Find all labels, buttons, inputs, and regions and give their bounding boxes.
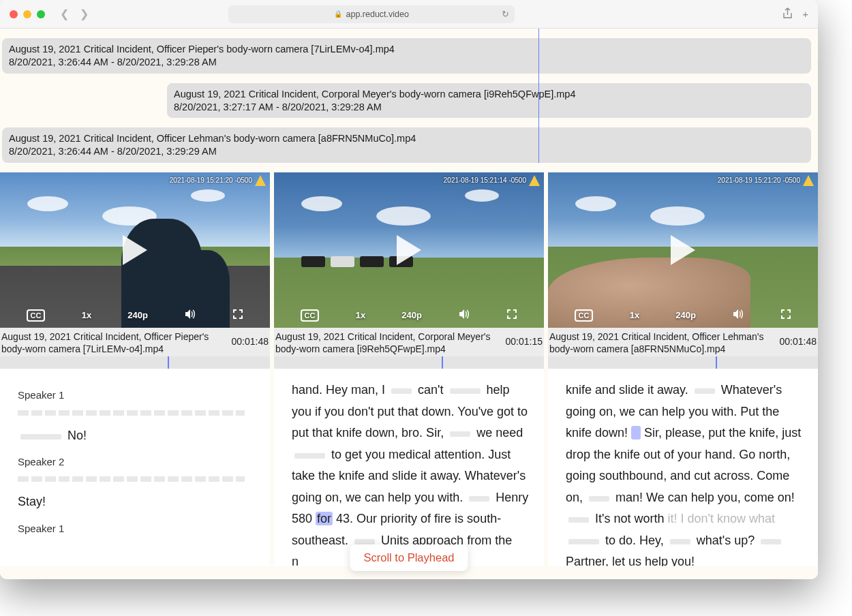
lock-icon: 🔒	[334, 10, 342, 18]
quality-control[interactable]: 240p	[675, 310, 696, 320]
video-time: 00:01:48	[780, 330, 817, 347]
transcript-scrubber[interactable]	[548, 356, 818, 369]
close-window-button[interactable]	[10, 10, 18, 18]
transcript-scrubber[interactable]	[274, 356, 544, 369]
transcript-line: No!	[18, 425, 256, 447]
play-button[interactable]	[123, 235, 147, 265]
video-time: 00:01:48	[232, 330, 269, 347]
video-controls: CC 1x 240p	[274, 308, 544, 322]
video-title: August 19, 2021 Critical Incident, Offic…	[1, 330, 232, 355]
fullscreen-icon[interactable]	[780, 309, 791, 322]
quality-control[interactable]: 240p	[401, 310, 422, 320]
cc-toggle[interactable]: CC	[27, 309, 46, 322]
window-controls	[10, 10, 45, 18]
speed-control[interactable]: 1x	[82, 310, 91, 320]
speed-control[interactable]: 1x	[630, 310, 639, 320]
volume-icon[interactable]	[458, 308, 470, 322]
silence-gap	[18, 476, 245, 482]
speaker-label: Speaker 2	[18, 453, 256, 471]
minimize-window-button[interactable]	[23, 10, 31, 18]
transcript-panel[interactable]: Speaker 1 No! Speaker 2 Stay! Speaker 1	[0, 369, 270, 566]
speaker-label: Speaker 1	[18, 386, 256, 404]
fullscreen-icon[interactable]	[506, 309, 517, 322]
tape-bar[interactable]: August 19, 2021 Critical Incident, Offic…	[2, 38, 811, 74]
transcript-panel[interactable]: knife and slide it away. Whatever's goin…	[548, 369, 818, 566]
speaker-label: Speaker 1	[18, 520, 256, 538]
video-controls: CC 1x 240p	[548, 308, 818, 322]
fullscreen-icon[interactable]	[232, 309, 243, 322]
video-time: 00:01:15	[506, 330, 543, 347]
video-player[interactable]: 2021-08-19 15:21:20 -0500 CC 1x 240p	[0, 172, 270, 328]
video-title-row: August 19, 2021 Critical Incident, Corpo…	[274, 328, 544, 356]
video-title: August 19, 2021 Critical Incident, Offic…	[549, 330, 780, 355]
share-icon[interactable]	[782, 7, 793, 21]
toolbar-right: +	[782, 7, 808, 21]
timeline-playhead[interactable]	[538, 29, 539, 163]
refresh-button[interactable]: ↻	[502, 9, 509, 19]
silence-gap	[18, 410, 245, 416]
video-title: August 19, 2021 Critical Incident, Corpo…	[275, 330, 506, 355]
video-grid: 2021-08-19 15:21:20 -0500 CC 1x 240p Aug…	[0, 172, 818, 566]
video-player[interactable]: 2021-08-19 15:21:20 -0500 CC 1x 240p	[548, 172, 818, 328]
forward-button[interactable]: ❯	[77, 7, 91, 20]
video-title-row: August 19, 2021 Critical Incident, Offic…	[0, 328, 270, 356]
video-timestamp-overlay: 2021-08-19 15:21:20 -0500	[718, 175, 814, 186]
tape-bar[interactable]: August 19, 2021 Critical Incident, Corpo…	[167, 83, 811, 119]
video-timestamp-overlay: 2021-08-19 15:21:14 -0500	[444, 175, 540, 186]
video-cell: 2021-08-19 15:21:20 -0500 CC 1x 240p Aug…	[548, 172, 818, 566]
play-button[interactable]	[671, 235, 695, 265]
play-button[interactable]	[397, 235, 421, 265]
tape-title: August 19, 2021 Critical Incident, Offic…	[9, 43, 804, 56]
tape-title: August 19, 2021 Critical Incident, Corpo…	[174, 88, 804, 101]
url-text: app.reduct.video	[346, 10, 409, 19]
tape-bar[interactable]: August 19, 2021 Critical Incident, Offic…	[2, 127, 811, 163]
speed-control[interactable]: 1x	[356, 310, 365, 320]
scroll-to-playhead-button[interactable]: Scroll to Playhead	[350, 544, 468, 571]
app-content: August 19, 2021 Critical Incident, Offic…	[0, 29, 818, 579]
playhead-word: for	[316, 512, 333, 525]
video-cell: 2021-08-19 15:21:20 -0500 CC 1x 240p Aug…	[0, 172, 270, 566]
tape-range: 8/20/2021, 3:26:44 AM - 8/20/2021, 3:29:…	[9, 145, 804, 158]
volume-icon[interactable]	[732, 308, 744, 322]
url-bar[interactable]: 🔒 app.reduct.video ↻	[228, 5, 515, 23]
browser-window: ❮ ❯ 🔒 app.reduct.video ↻ + August 19, 20…	[0, 0, 818, 579]
maximize-window-button[interactable]	[37, 10, 45, 18]
low-confidence-text: it! I don't know what	[667, 512, 775, 525]
tape-title: August 19, 2021 Critical Incident, Offic…	[9, 132, 804, 145]
video-player[interactable]: 2021-08-19 15:21:14 -0500 CC 1x 240p	[274, 172, 544, 328]
cc-toggle[interactable]: CC	[301, 309, 320, 322]
video-cell: 2021-08-19 15:21:14 -0500 CC 1x 240p Aug…	[274, 172, 544, 566]
browser-titlebar: ❮ ❯ 🔒 app.reduct.video ↻ +	[0, 0, 818, 29]
volume-icon[interactable]	[184, 308, 196, 322]
tape-range: 8/20/2021, 3:27:17 AM - 8/20/2021, 3:29:…	[174, 101, 804, 114]
transcript-line: Stay!	[18, 491, 256, 513]
back-button[interactable]: ❮	[57, 7, 72, 20]
tape-range: 8/20/2021, 3:26:44 AM - 8/20/2021, 3:29:…	[9, 56, 804, 69]
video-timestamp-overlay: 2021-08-19 15:21:20 -0500	[170, 175, 266, 186]
video-controls: CC 1x 240p	[0, 308, 270, 322]
quality-control[interactable]: 240p	[127, 310, 148, 320]
cc-toggle[interactable]: CC	[575, 309, 594, 322]
transcript-panel[interactable]: hand. Hey man, I can't help you if you d…	[274, 369, 544, 566]
playhead-word	[631, 426, 641, 440]
video-title-row: August 19, 2021 Critical Incident, Offic…	[548, 328, 818, 356]
transcript-scrubber[interactable]	[0, 356, 270, 369]
new-tab-button[interactable]: +	[802, 8, 808, 20]
timeline-tape-region: August 19, 2021 Critical Incident, Offic…	[0, 29, 818, 163]
